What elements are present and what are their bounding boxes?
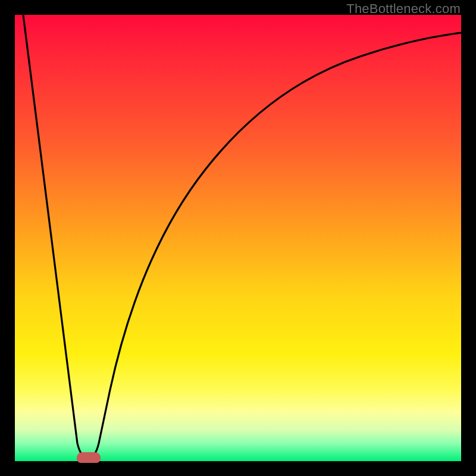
bottleneck-curve — [15, 15, 461, 461]
min-marker — [77, 452, 101, 463]
curve-path — [23, 15, 461, 458]
